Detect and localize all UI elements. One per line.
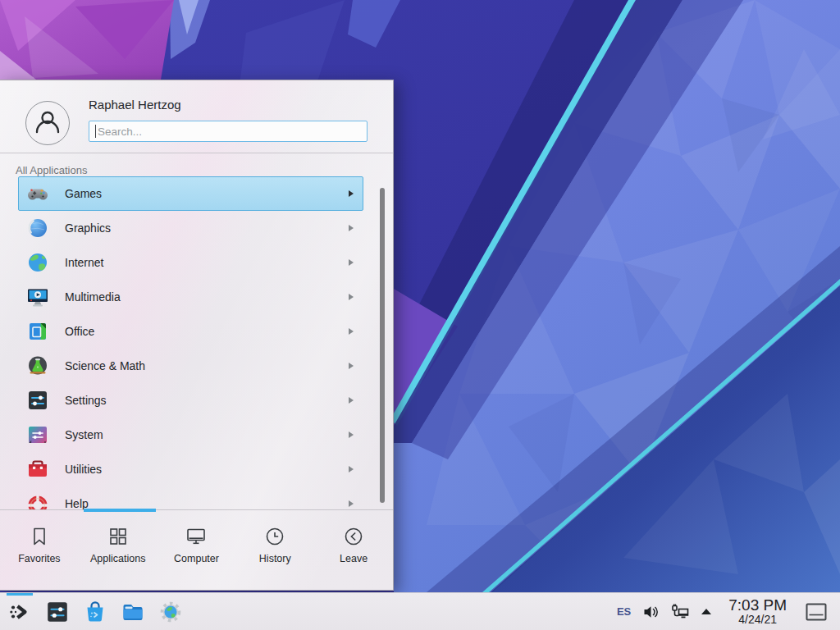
category-system[interactable]: System (18, 418, 363, 452)
tab-history[interactable]: History (235, 510, 314, 590)
tab-label: Favorites (18, 553, 60, 564)
active-tab-indicator (84, 509, 156, 512)
category-internet[interactable]: Internet (18, 245, 363, 280)
launcher-header: Raphael Hertzog (0, 80, 393, 153)
discover-icon (83, 600, 107, 624)
tab-applications[interactable]: Applications (79, 510, 158, 590)
text-cursor (95, 125, 96, 138)
settings-icon (26, 389, 49, 412)
system-settings-icon (45, 600, 70, 624)
system-tray: ES 7:03 PM 4/24/21 (617, 597, 832, 626)
tab-label: History (259, 553, 291, 564)
submenu-arrow-icon (349, 328, 354, 335)
konqueror-browser-icon (158, 600, 183, 624)
category-utilities[interactable]: Utilities (18, 452, 363, 486)
category-label: Office (65, 325, 94, 338)
category-label: Utilities (65, 463, 102, 476)
show-desktop-button[interactable] (806, 603, 827, 621)
category-multimedia[interactable]: Multimedia (18, 280, 363, 314)
history-icon (264, 526, 285, 547)
games-icon (26, 182, 49, 205)
konqueror-task[interactable] (157, 598, 185, 626)
submenu-arrow-icon (349, 397, 354, 404)
keyboard-layout-indicator[interactable]: ES (617, 605, 631, 618)
taskbar-panel: ES 7:03 PM 4/24/21 (0, 592, 840, 630)
applications-icon (107, 526, 129, 547)
category-label: Games (65, 187, 102, 200)
tab-favorites[interactable]: Favorites (0, 510, 79, 590)
clock-time: 7:03 PM (728, 597, 787, 614)
application-launcher-popup: Raphael Hertzog All Applications (0, 80, 394, 591)
network-icon[interactable] (671, 604, 689, 619)
search-field-wrap (89, 121, 368, 142)
system-icon (26, 423, 49, 446)
category-label: Settings (65, 394, 107, 407)
submenu-arrow-icon (349, 225, 354, 231)
category-help[interactable]: Help (18, 486, 363, 510)
multimedia-icon (26, 285, 49, 308)
help-icon (26, 492, 49, 510)
submenu-arrow-icon (349, 500, 354, 507)
category-office[interactable]: Office (18, 314, 363, 349)
category-settings[interactable]: Settings (18, 383, 363, 418)
volume-icon[interactable] (643, 605, 659, 619)
dolphin-task[interactable] (119, 598, 147, 626)
category-games[interactable]: Games (18, 176, 363, 211)
discover-task[interactable] (81, 598, 109, 626)
category-label: Science & Math (65, 359, 145, 372)
category-label: Graphics (65, 221, 111, 235)
tab-label: Applications (90, 553, 145, 564)
submenu-arrow-icon (349, 363, 354, 369)
clock-date: 4/24/21 (728, 614, 787, 626)
section-label: All Applications (0, 153, 393, 176)
submenu-arrow-icon (349, 466, 354, 472)
category-list: Games Graphics Internet (0, 176, 393, 510)
submenu-arrow-icon (349, 431, 354, 438)
graphics-icon (26, 217, 49, 240)
favorites-icon (29, 526, 50, 547)
kickoff-launcher-icon (7, 600, 32, 624)
category-label: Multimedia (65, 290, 121, 304)
launcher-tab-bar: Favorites Applications (0, 509, 393, 590)
office-icon (26, 320, 49, 343)
category-graphics[interactable]: Graphics (18, 211, 363, 245)
submenu-arrow-icon (349, 294, 354, 300)
leave-icon (343, 526, 364, 547)
digital-clock[interactable]: 7:03 PM 4/24/21 (728, 597, 787, 626)
dolphin-file-manager-icon (121, 600, 145, 624)
tab-leave[interactable]: Leave (314, 510, 393, 590)
category-science-math[interactable]: Science & Math (18, 349, 363, 383)
search-input[interactable] (89, 121, 368, 142)
submenu-arrow-icon (349, 259, 354, 266)
tab-label: Computer (174, 553, 219, 564)
tab-label: Leave (340, 553, 368, 564)
show-desktop-icon (806, 603, 827, 621)
user-name: Raphael Hertzog (89, 98, 181, 112)
computer-icon (185, 526, 207, 547)
user-icon (30, 105, 66, 141)
category-label: Internet (65, 256, 103, 269)
internet-icon (26, 251, 49, 274)
category-label: System (65, 428, 103, 441)
active-task-indicator (7, 593, 33, 596)
expand-tray-icon[interactable] (701, 609, 711, 614)
utilities-icon (26, 458, 49, 481)
science-math-icon (26, 354, 49, 377)
list-scrollbar[interactable] (380, 188, 385, 503)
launcher-button[interactable] (6, 598, 34, 626)
submenu-arrow-icon (349, 190, 354, 197)
tab-computer[interactable]: Computer (158, 510, 236, 590)
avatar[interactable] (25, 101, 70, 145)
system-settings-task[interactable] (43, 598, 71, 626)
desktop: Raphael Hertzog All Applications (0, 0, 840, 630)
